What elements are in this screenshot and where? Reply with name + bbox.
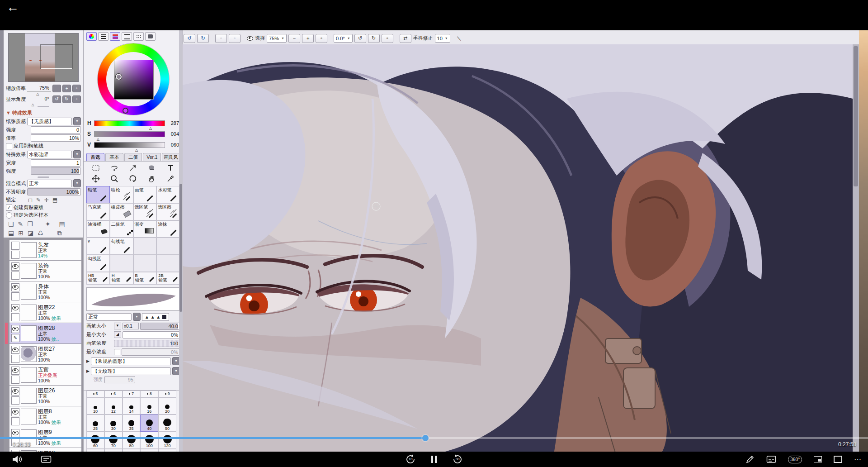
text-tool[interactable] — [161, 162, 180, 173]
brush-勾线区[interactable]: 勾线区 — [86, 255, 110, 272]
texture-strength-input[interactable]: 95 — [104, 376, 135, 383]
saturation-slider[interactable]: △ — [94, 131, 165, 137]
clear-layer-icon[interactable]: ◪ — [28, 229, 33, 237]
nav-angle-slider[interactable]: 0°△ — [27, 96, 51, 102]
rewind-10-button[interactable]: 10 — [405, 454, 416, 465]
toolbar-zoom-reset-button[interactable]: ▫ — [316, 34, 327, 43]
swatches-tab[interactable] — [133, 32, 144, 41]
effect-type-select[interactable]: 水彩边界 — [27, 151, 72, 158]
lock-transparency-icon[interactable]: ◻ — [28, 197, 33, 203]
layer-visibility-toggle[interactable] — [11, 304, 19, 312]
layer-row-装饰[interactable]: 装饰正常100% — [9, 261, 82, 281]
brush-选区擦[interactable]: 选区擦 — [156, 203, 180, 220]
layer-edit-indicator[interactable]: ✎ — [11, 334, 19, 342]
stabilizer-select[interactable]: 10▼ — [435, 34, 450, 43]
layer-thumbnail[interactable] — [21, 242, 37, 258]
undo-button[interactable]: ↺ — [184, 34, 195, 43]
zoom-out-button[interactable]: − — [52, 85, 61, 92]
min-density-checkbox[interactable] — [114, 349, 120, 355]
clipping-mask-checkbox[interactable]: ✓ — [6, 205, 12, 211]
brush-empty-slot[interactable] — [133, 255, 157, 272]
preset-H-pencil[interactable]: H铅笔 — [110, 272, 133, 285]
brush-size-multiplier[interactable]: x0.1 — [123, 323, 139, 329]
new-folder-icon[interactable]: ❐ — [27, 220, 33, 228]
lock-all-icon[interactable]: ⬒ — [52, 197, 57, 203]
toolbar-zoom-in-button[interactable]: ＋ — [302, 34, 314, 43]
brush-铅笔[interactable]: 铅笔 — [86, 186, 110, 203]
tab-首选[interactable]: 首选 — [86, 153, 104, 161]
density-slider[interactable]: 100 — [114, 340, 180, 347]
deselect-button[interactable]: ▫ — [215, 34, 227, 43]
toolbar-rotate-reset-button[interactable]: ▫ — [382, 34, 393, 43]
danmaku-icon[interactable] — [41, 455, 52, 464]
brush-v[interactable]: v — [86, 238, 110, 255]
special-effects-header[interactable]: ▼ 特殊效果 — [4, 108, 83, 117]
layer-edit-indicator[interactable] — [11, 355, 19, 363]
brush-渐变[interactable]: 渐变 — [133, 220, 157, 238]
layer-thumbnail[interactable] — [21, 284, 37, 300]
size-100[interactable]: 100 — [140, 432, 158, 449]
layer-edit-indicator[interactable] — [11, 292, 19, 300]
forward-30-button[interactable]: 30 — [452, 454, 463, 465]
mid-panel-scrollbar[interactable] — [179, 30, 183, 457]
blend-mode-dropdown-icon[interactable]: ▼ — [73, 179, 81, 187]
layer-row-图层8[interactable]: 图层8正常100% 效果 — [9, 406, 82, 427]
add-to-layer-icon[interactable]: ⊞ — [18, 229, 24, 237]
value-slider[interactable]: △ — [94, 142, 165, 148]
brush-橡皮擦[interactable]: 橡皮擦 — [110, 203, 133, 220]
blend-mode-select[interactable]: 正常 — [27, 180, 72, 187]
size-80[interactable]: 80 — [123, 432, 141, 449]
rotate-view-tool[interactable] — [124, 173, 142, 184]
video-progress-bar[interactable] — [0, 437, 868, 439]
hand-tool[interactable] — [142, 173, 161, 184]
toolbar-rotate-ccw-button[interactable]: ↺ — [354, 34, 366, 43]
brush-勾线笔[interactable]: 勾线笔 — [110, 238, 133, 255]
sv-marker[interactable] — [116, 74, 122, 80]
layer-thumbnail[interactable] — [21, 263, 37, 279]
rotate-reset-button[interactable]: ▫ — [72, 95, 81, 103]
layer-row-图层28[interactable]: ✎图层28正常100% 效.. — [9, 323, 82, 344]
min-size-pressure-icon[interactable]: ◢ — [114, 331, 121, 338]
flip-horizontal-button[interactable]: ⇄ — [400, 34, 411, 43]
transform-icon[interactable]: ✦ — [45, 220, 51, 228]
copy-layer-icon[interactable]: ⧉ — [57, 229, 62, 237]
paper-texture-select[interactable]: 【无质感】 — [27, 118, 72, 125]
brush-size-unit-toggle[interactable]: ▼ — [114, 323, 121, 329]
new-layer-icon[interactable]: ❏ — [8, 220, 14, 228]
panel-divider[interactable] — [4, 175, 83, 179]
preset-B-pencil[interactable]: B铅笔 — [133, 272, 157, 285]
size-16[interactable]: 16 — [140, 397, 158, 415]
brush-喷枪[interactable]: 喷枪 — [110, 186, 133, 203]
size-10[interactable]: 10 — [86, 397, 104, 415]
brush-水彩笔[interactable]: 水彩笔 — [156, 186, 180, 203]
brush-shape-select[interactable]: 【常规的圆形】 — [91, 357, 171, 365]
min-size-input[interactable]: 0% — [123, 331, 180, 338]
volume-icon[interactable] — [12, 455, 23, 464]
zoom-in-button[interactable]: ＋ — [62, 85, 71, 92]
size-120[interactable]: 120 — [158, 432, 176, 449]
marquee-tool[interactable] — [86, 162, 105, 173]
toolbar-zoom-out-button[interactable]: − — [288, 34, 300, 43]
progress-handle[interactable] — [422, 435, 429, 441]
layer-thumbnail[interactable] — [21, 325, 37, 341]
rotate-ccw-button[interactable]: ↺ — [52, 95, 61, 103]
color-wheel-tab[interactable] — [86, 32, 97, 41]
subtitle-icon[interactable] — [766, 455, 776, 463]
layer-visibility-toggle[interactable] — [11, 242, 19, 250]
layer-row-身体[interactable]: 身体正常100% — [9, 281, 82, 302]
opacity-slider[interactable]: 100% — [27, 188, 81, 195]
mini-player-icon[interactable] — [814, 456, 822, 462]
brush-size-slider[interactable]: 40.0 — [140, 323, 180, 330]
toolbar-rotate-cw-button[interactable]: ↻ — [368, 34, 380, 43]
more-options-icon[interactable]: ⋯ — [854, 455, 862, 464]
layer-edit-indicator[interactable] — [11, 376, 19, 384]
brush-empty-slot[interactable] — [156, 255, 180, 272]
layer-thumbnail[interactable] — [21, 305, 37, 320]
delete-layer-icon[interactable]: ♺ — [38, 229, 43, 237]
preset-2B-pencil[interactable]: 2B铅笔 — [156, 272, 180, 285]
zoom-tool[interactable] — [105, 173, 123, 184]
redo-button[interactable]: ↻ — [197, 34, 209, 43]
brush-选区笔[interactable]: 选区笔 — [133, 203, 157, 220]
tab-基本[interactable]: 基本 — [105, 153, 123, 161]
layer-edit-indicator[interactable] — [11, 272, 19, 280]
